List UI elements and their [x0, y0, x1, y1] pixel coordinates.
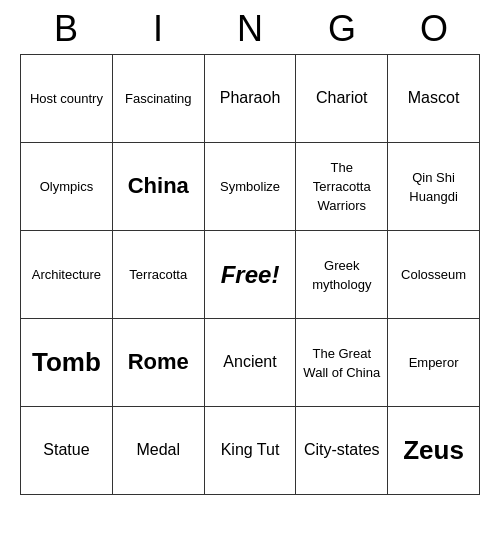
table-row[interactable]: Ancient	[204, 319, 296, 407]
table-row[interactable]: Statue	[21, 407, 113, 495]
table-row[interactable]: The Terracotta Warriors	[296, 143, 388, 231]
table-row[interactable]: Symbolize	[204, 143, 296, 231]
table-row[interactable]: Rome	[112, 319, 204, 407]
table-row[interactable]: Olympics	[21, 143, 113, 231]
table-row[interactable]: Qin Shi Huangdi	[388, 143, 480, 231]
table-row[interactable]: The Great Wall of China	[296, 319, 388, 407]
table-row[interactable]: Terracotta	[112, 231, 204, 319]
letter-o: O	[390, 8, 478, 50]
letter-b: B	[22, 8, 110, 50]
table-row[interactable]: Architecture	[21, 231, 113, 319]
table-row[interactable]: Fascinating	[112, 55, 204, 143]
table-row[interactable]: China	[112, 143, 204, 231]
table-row[interactable]: Greek mythology	[296, 231, 388, 319]
table-row[interactable]: Chariot	[296, 55, 388, 143]
table-row[interactable]: City-states	[296, 407, 388, 495]
bingo-grid: Host countryFascinatingPharaohChariotMas…	[20, 54, 480, 495]
table-row[interactable]: Zeus	[388, 407, 480, 495]
table-row[interactable]: Tomb	[21, 319, 113, 407]
letter-n: N	[206, 8, 294, 50]
table-row[interactable]: Mascot	[388, 55, 480, 143]
letter-i: I	[114, 8, 202, 50]
table-row[interactable]: Colosseum	[388, 231, 480, 319]
table-row[interactable]: Medal	[112, 407, 204, 495]
table-row[interactable]: Pharaoh	[204, 55, 296, 143]
table-row[interactable]: King Tut	[204, 407, 296, 495]
table-row[interactable]: Emperor	[388, 319, 480, 407]
table-row[interactable]: Free!	[204, 231, 296, 319]
bingo-header: B I N G O	[20, 0, 480, 54]
table-row[interactable]: Host country	[21, 55, 113, 143]
letter-g: G	[298, 8, 386, 50]
